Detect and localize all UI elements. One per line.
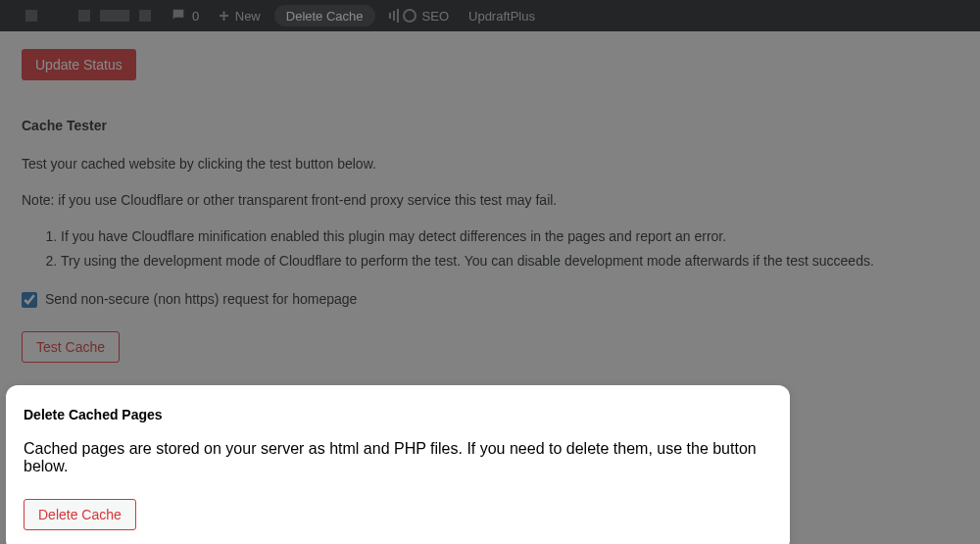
seo-icon bbox=[389, 9, 416, 23]
comment-icon bbox=[171, 7, 186, 25]
updraft-label: UpdraftPlus bbox=[468, 9, 535, 24]
seo-label: SEO bbox=[422, 9, 449, 24]
delete-cached-heading: Delete Cached Pages bbox=[24, 407, 772, 422]
admin-toolbar: 0 + New Delete Cache SEO UpdraftPlus bbox=[0, 0, 980, 31]
placeholder-box-icon bbox=[78, 10, 90, 22]
nonsecure-checkbox[interactable] bbox=[22, 292, 37, 308]
delete-cached-pages-card: Delete Cached Pages Cached pages are sto… bbox=[6, 385, 790, 544]
updraftplus-toolbar-item[interactable]: UpdraftPlus bbox=[459, 0, 545, 31]
tester-notes-list: If you have Cloudflare minification enab… bbox=[22, 226, 958, 272]
test-cache-button[interactable]: Test Cache bbox=[22, 331, 120, 363]
list-item: Try using the development mode of Cloudf… bbox=[61, 251, 958, 272]
comments-toolbar-item[interactable]: 0 bbox=[161, 0, 209, 31]
tester-note-text: Note: if you use Cloudflare or other tra… bbox=[22, 190, 958, 211]
placeholder-box-icon bbox=[100, 10, 129, 22]
cache-tester-heading: Cache Tester bbox=[22, 116, 958, 136]
new-toolbar-item[interactable]: + New bbox=[209, 0, 270, 31]
main-content: Update Status Cache Tester Test your cac… bbox=[0, 31, 980, 380]
update-status-button[interactable]: Update Status bbox=[22, 49, 136, 80]
list-item: If you have Cloudflare minification enab… bbox=[61, 226, 958, 247]
plus-icon: + bbox=[219, 7, 229, 25]
delete-cached-body: Cached pages are stored on your server a… bbox=[24, 440, 772, 475]
placeholder-box-icon bbox=[139, 10, 151, 22]
delete-cache-toolbar-item[interactable]: Delete Cache bbox=[274, 5, 375, 26]
placeholder-box-icon bbox=[25, 10, 37, 22]
delete-cache-button[interactable]: Delete Cache bbox=[24, 499, 136, 530]
nonsecure-checkbox-row: Send non-secure (non https) request for … bbox=[22, 289, 958, 310]
comments-count: 0 bbox=[192, 9, 199, 24]
seo-toolbar-item[interactable]: SEO bbox=[379, 0, 459, 31]
tester-intro-text: Test your cached website by clicking the… bbox=[22, 154, 958, 174]
toolbar-placeholder-boxes bbox=[8, 10, 161, 22]
nonsecure-checkbox-label: Send non-secure (non https) request for … bbox=[45, 289, 357, 310]
new-label: New bbox=[235, 9, 261, 24]
delete-cache-label: Delete Cache bbox=[286, 9, 364, 24]
